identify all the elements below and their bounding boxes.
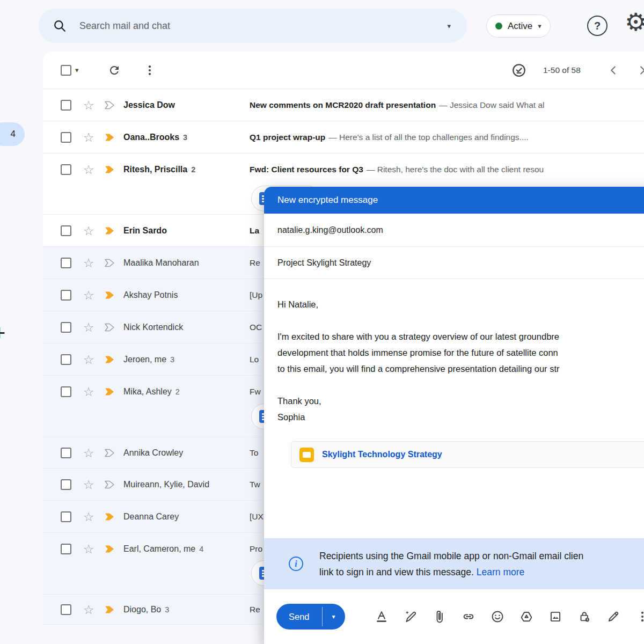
body-line: I'm excited to share with you a strategy… (277, 328, 644, 345)
compose-body[interactable]: Hi Natalie, I'm excited to share with yo… (264, 279, 644, 468)
confidential-mode-icon[interactable] (577, 610, 591, 624)
older-chevron-icon[interactable] (635, 52, 644, 89)
star-icon[interactable]: ☆ (82, 225, 95, 237)
importance-marker-icon[interactable] (104, 226, 115, 235)
sender-name: Maalika Manoharan (123, 258, 199, 268)
sidebar-inbox-badge[interactable]: 4 (0, 122, 25, 146)
email-subject: Lo (250, 355, 259, 364)
star-icon[interactable]: ☆ (82, 511, 95, 523)
more-options-icon[interactable] (143, 64, 156, 77)
row-checkbox[interactable] (61, 511, 71, 522)
importance-marker-icon[interactable] (104, 605, 115, 614)
email-subject: Fwd: Client resources for Q3 (250, 165, 363, 174)
importance-marker-icon[interactable] (104, 449, 115, 457)
signature-pen-icon[interactable] (606, 610, 620, 624)
email-row[interactable]: ☆ Oana..Brooks3 Q1 project wrap-up— Here… (43, 121, 644, 153)
help-me-write-icon[interactable] (404, 610, 418, 624)
row-checkbox[interactable] (61, 354, 71, 365)
learn-more-link[interactable]: Learn more (477, 567, 525, 577)
importance-marker-icon[interactable] (104, 165, 115, 174)
star-icon[interactable]: ☆ (82, 164, 95, 176)
importance-marker-icon[interactable] (104, 387, 115, 396)
formatting-options-icon[interactable] (375, 610, 389, 624)
row-checkbox[interactable] (61, 544, 71, 554)
sender-name: Jessica Dow (123, 100, 175, 110)
importance-marker-icon[interactable] (104, 101, 115, 109)
star-icon[interactable]: ☆ (82, 604, 95, 616)
insert-emoji-icon[interactable] (491, 610, 504, 624)
star-icon[interactable]: ☆ (82, 354, 95, 366)
inbox-unread-count: 4 (11, 129, 16, 140)
subject-text: Project Skylight Strategy (277, 258, 371, 268)
select-chevron-icon[interactable]: ▾ (75, 66, 79, 74)
importance-marker-icon[interactable] (104, 480, 115, 489)
email-row[interactable]: ☆ Jessica Dow New comments on MCR2020 dr… (43, 89, 644, 121)
refresh-icon[interactable] (108, 64, 121, 77)
body-line: to this email, you will find a comprehen… (277, 361, 644, 377)
star-icon[interactable]: ☆ (82, 479, 95, 491)
chat-status-selector[interactable]: Active ▾ (486, 14, 551, 38)
email-subject: To (250, 448, 258, 457)
drive-icon[interactable] (519, 610, 533, 624)
sender-name: Akshay Potnis (123, 290, 178, 300)
row-checkbox[interactable] (61, 164, 71, 175)
star-icon[interactable]: ☆ (82, 543, 95, 555)
check-circle-icon[interactable] (511, 52, 527, 89)
body-signature: Sophia (277, 409, 644, 425)
attachment-name: Skylight Technology Strategy (322, 450, 442, 459)
encryption-info-banner: i Recipients using the Gmail mobile app … (264, 538, 644, 589)
importance-marker-icon[interactable] (104, 133, 115, 142)
star-icon[interactable]: ☆ (82, 447, 95, 459)
more-send-options-icon[interactable] (635, 610, 644, 624)
thread-count: 3 (165, 605, 169, 614)
email-subject: Fw (250, 387, 261, 396)
attach-file-icon[interactable] (433, 610, 447, 624)
importance-marker-icon[interactable] (104, 513, 115, 521)
row-checkbox[interactable] (61, 386, 71, 397)
star-icon[interactable]: ☆ (82, 257, 95, 269)
row-checkbox[interactable] (61, 479, 71, 490)
newer-chevron-icon[interactable] (606, 52, 620, 89)
labels-add-icon[interactable]: + (0, 321, 5, 345)
row-checkbox[interactable] (61, 258, 71, 268)
compose-to-field[interactable]: natalie.g.king@outlook.com (264, 214, 644, 247)
importance-marker-icon[interactable] (104, 323, 115, 332)
row-checkbox[interactable] (61, 225, 71, 236)
select-all-checkbox[interactable] (61, 65, 71, 76)
sender-name: Jeroen, me (123, 355, 166, 364)
send-button[interactable]: Send (276, 604, 322, 630)
row-checkbox[interactable] (61, 290, 71, 301)
email-subject: Pro (250, 544, 262, 553)
body-closing: Thank you, (277, 393, 644, 409)
row-checkbox[interactable] (61, 322, 71, 333)
pagination-range: 1-50 of 58 (543, 52, 581, 89)
star-icon[interactable]: ☆ (82, 386, 95, 398)
search-input[interactable]: Search mail and chat ▾ (39, 9, 467, 43)
compose-header[interactable]: New encrypted message (264, 187, 644, 214)
importance-marker-icon[interactable] (104, 291, 115, 299)
row-checkbox[interactable] (61, 100, 71, 111)
importance-marker-icon[interactable] (104, 259, 115, 267)
search-options-chevron-icon[interactable]: ▾ (447, 22, 451, 30)
insert-link-icon[interactable] (462, 610, 475, 624)
star-icon[interactable]: ☆ (82, 321, 95, 334)
search-placeholder: Search mail and chat (79, 20, 447, 32)
compose-subject-field[interactable]: Project Skylight Strategy (264, 247, 644, 279)
importance-marker-icon[interactable] (104, 355, 115, 364)
email-snippet: — Here's a list of all the top challenge… (328, 133, 529, 142)
send-label: Send (289, 612, 310, 622)
settings-gear-icon[interactable]: ⚙ (625, 10, 644, 34)
row-checkbox[interactable] (61, 448, 71, 458)
row-checkbox[interactable] (61, 132, 71, 143)
compose-attachment-chip[interactable]: Skylight Technology Strategy (291, 441, 644, 468)
help-button[interactable]: ? (587, 16, 608, 36)
star-icon[interactable]: ☆ (82, 99, 95, 112)
star-icon[interactable]: ☆ (82, 131, 95, 144)
importance-marker-icon[interactable] (104, 545, 115, 553)
thread-count: 3 (170, 355, 174, 364)
insert-photo-icon[interactable] (548, 610, 562, 624)
info-icon: i (289, 557, 303, 571)
star-icon[interactable]: ☆ (82, 289, 95, 302)
send-options-chevron-icon[interactable]: ▾ (323, 604, 345, 630)
row-checkbox[interactable] (61, 604, 71, 615)
